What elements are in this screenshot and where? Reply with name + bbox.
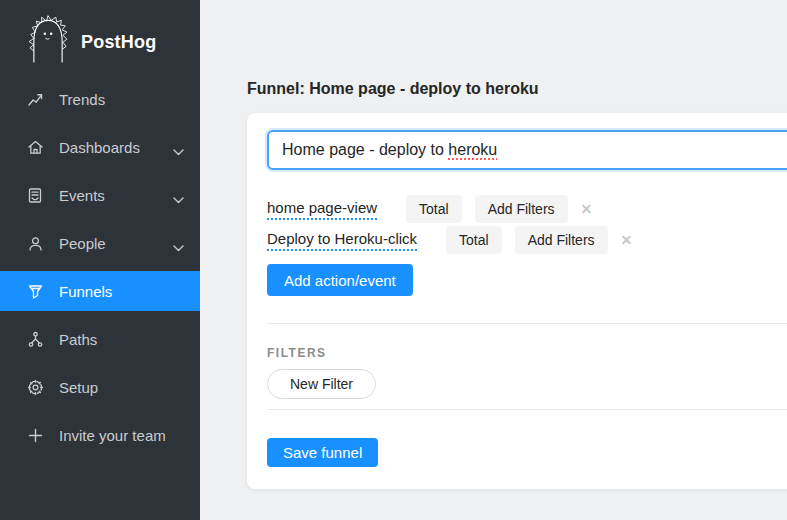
app-window: PostHog Trends xyxy=(0,0,787,520)
page-title: Funnel: Home page - deploy to heroku xyxy=(247,78,787,100)
gear-icon xyxy=(26,378,44,396)
add-filters-button[interactable]: Add Filters xyxy=(475,195,568,223)
sidebar-item-people[interactable]: People xyxy=(0,223,200,263)
sidebar-item-label: Paths xyxy=(59,331,97,348)
remove-step-icon[interactable]: ✕ xyxy=(581,202,593,216)
funnel-name-misspelled-text: heroku xyxy=(448,141,497,159)
filters-section-heading: FILTERS xyxy=(267,346,787,360)
sidebar-item-funnels[interactable]: Funnels xyxy=(0,271,200,311)
plus-icon xyxy=(26,426,44,444)
sidebar: PostHog Trends xyxy=(0,0,200,520)
new-filter-button[interactable]: New Filter xyxy=(267,369,376,399)
sidebar-item-label: People xyxy=(59,235,106,252)
sidebar-item-invite-your-team[interactable]: Invite your team xyxy=(0,415,200,455)
section-divider xyxy=(267,409,787,410)
funnel-name-input[interactable]: Home page - deploy to heroku xyxy=(267,130,787,170)
aggregation-button[interactable]: Total xyxy=(406,195,462,223)
sidebar-item-dashboards[interactable]: Dashboards xyxy=(0,127,200,167)
section-divider xyxy=(267,323,787,324)
sidebar-item-setup[interactable]: Setup xyxy=(0,367,200,407)
funnel-editor-card: Home page - deploy to heroku home page-v… xyxy=(247,113,787,489)
chevron-down-icon xyxy=(173,190,184,207)
remove-step-icon[interactable]: ✕ xyxy=(621,233,633,247)
sidebar-item-label: Invite your team xyxy=(59,427,166,444)
action-select-label[interactable]: Deploy to Heroku-click xyxy=(267,229,417,251)
sidebar-item-label: Dashboards xyxy=(59,139,140,156)
funnel-icon xyxy=(26,282,44,300)
main-content: Funnel: Home page - deploy to heroku Hom… xyxy=(200,0,787,520)
aggregation-button[interactable]: Total xyxy=(446,226,502,254)
sidebar-item-label: Events xyxy=(59,187,105,204)
sidebar-item-events[interactable]: Events xyxy=(0,175,200,215)
funnel-step-row: home page-view Total Add Filters ✕ xyxy=(267,195,787,223)
chevron-down-icon xyxy=(173,142,184,159)
sidebar-item-label: Funnels xyxy=(59,283,112,300)
save-funnel-button[interactable]: Save funnel xyxy=(267,438,378,467)
fork-icon xyxy=(26,330,44,348)
sidebar-item-label: Trends xyxy=(59,91,105,108)
app-logo[interactable]: PostHog xyxy=(0,0,200,72)
add-filters-button[interactable]: Add Filters xyxy=(515,226,608,254)
action-select-label[interactable]: home page-view xyxy=(267,198,377,220)
funnel-name-text: Home page - deploy to xyxy=(282,141,448,159)
sidebar-item-trends[interactable]: Trends xyxy=(0,79,200,119)
sidebar-item-paths[interactable]: Paths xyxy=(0,319,200,359)
posthog-mascot-icon xyxy=(26,12,70,72)
funnel-steps: home page-view Total Add Filters ✕ Deplo… xyxy=(267,195,787,254)
sidebar-item-label: Setup xyxy=(59,379,98,396)
trend-chart-icon xyxy=(26,90,44,108)
chevron-down-icon xyxy=(173,238,184,255)
app-name: PostHog xyxy=(81,32,156,53)
sidebar-menu: Trends Dashboards xyxy=(0,72,200,455)
funnel-step-row: Deploy to Heroku-click Total Add Filters… xyxy=(267,226,787,254)
add-action-event-button[interactable]: Add action/event xyxy=(267,264,413,296)
home-icon xyxy=(26,138,44,156)
events-list-icon xyxy=(26,186,44,204)
person-icon xyxy=(26,234,44,252)
